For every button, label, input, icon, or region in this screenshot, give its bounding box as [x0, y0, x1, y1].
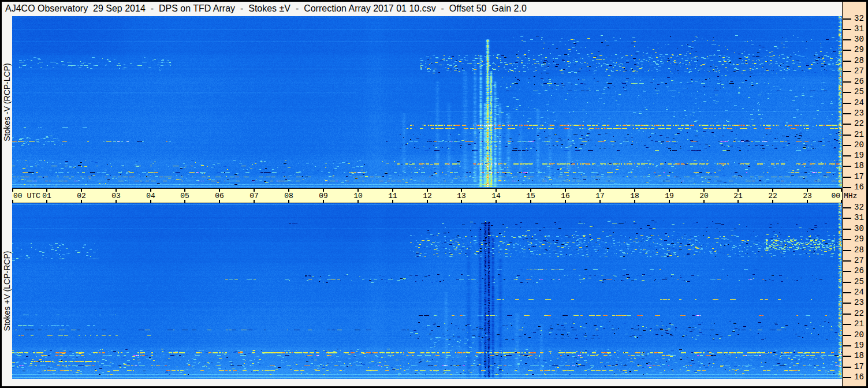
- time-label-start: 00 UTC: [13, 192, 40, 200]
- time-label-03: 03: [108, 192, 124, 200]
- freq-tick: [843, 135, 851, 136]
- freq-tick: [843, 239, 851, 240]
- freq-tick: [843, 356, 851, 357]
- time-label-17: 17: [592, 192, 608, 200]
- freq-tick: [843, 145, 851, 146]
- freq-tick: [843, 124, 851, 125]
- time-label-16: 16: [557, 192, 573, 200]
- freq-label-18: 18: [854, 161, 867, 170]
- time-label-18: 18: [627, 192, 643, 200]
- freq-label-32: 32: [854, 203, 867, 212]
- freq-label-21: 21: [854, 130, 867, 139]
- freq-tick: [843, 166, 851, 167]
- freq-tick: [843, 103, 851, 104]
- freq-tick: [843, 187, 851, 188]
- freq-label-30: 30: [854, 224, 867, 233]
- panel-label-stokes-minus-v: Stokes -V (RCP-LCP): [2, 16, 12, 188]
- freq-tick: [843, 271, 851, 272]
- time-label-09: 09: [315, 192, 331, 200]
- time-label-11: 11: [385, 192, 401, 200]
- freq-tick: [843, 50, 851, 51]
- freq-tick: [843, 250, 851, 251]
- time-label-06: 06: [211, 192, 228, 200]
- time-label-15: 15: [523, 192, 539, 200]
- time-label-08: 08: [281, 192, 297, 200]
- freq-label-19: 19: [854, 151, 867, 160]
- freq-tick: [843, 324, 851, 325]
- freq-label-19: 19: [854, 341, 867, 350]
- time-label-10: 10: [350, 192, 366, 200]
- freq-tick: [843, 92, 851, 93]
- panel-label-text: Stokes -V (RCP-LCP): [2, 63, 12, 141]
- hour-tick: [12, 200, 13, 203]
- time-label-20: 20: [696, 192, 712, 200]
- time-label-22: 22: [765, 192, 781, 200]
- freq-tick: [843, 229, 851, 230]
- freq-tick: [843, 113, 851, 114]
- time-label-12: 12: [419, 192, 435, 200]
- freq-tick: [843, 177, 851, 178]
- freq-label-27: 27: [854, 66, 867, 76]
- freq-tick: [843, 345, 851, 346]
- freq-label-26: 26: [854, 266, 867, 275]
- spectrogram-stokes-plus-v: [12, 203, 842, 379]
- freq-tick: [843, 71, 851, 72]
- time-label-01: 01: [39, 192, 55, 200]
- time-label-02: 02: [73, 192, 90, 200]
- time-label-07: 07: [246, 192, 262, 200]
- time-label-05: 05: [177, 192, 193, 200]
- freq-label-23: 23: [854, 109, 867, 118]
- freq-label-29: 29: [854, 234, 867, 244]
- time-label-23: 23: [799, 192, 815, 200]
- freq-label-31: 31: [854, 24, 867, 33]
- time-label-14: 14: [488, 192, 504, 200]
- freq-label-21: 21: [854, 319, 867, 329]
- freq-label-25: 25: [854, 277, 867, 286]
- freq-label-18: 18: [854, 351, 867, 360]
- freq-tick: [843, 29, 851, 30]
- freq-tick: [843, 218, 851, 219]
- spectrogram-window: AJ4CO Observatory 29 Sep 2014 - DPS on T…: [0, 0, 868, 388]
- freq-tick: [843, 335, 851, 336]
- freq-label-28: 28: [854, 56, 867, 65]
- freq-label-30: 30: [854, 35, 867, 44]
- freq-label-17: 17: [854, 172, 867, 181]
- freq-tick: [843, 61, 851, 62]
- page-title: AJ4CO Observatory 29 Sep 2014 - DPS on T…: [5, 3, 527, 14]
- freq-label-22: 22: [854, 309, 867, 318]
- freq-label-17: 17: [854, 362, 867, 371]
- freq-tick: [843, 155, 851, 156]
- freq-tick: [843, 377, 851, 378]
- freq-tick: [843, 292, 851, 293]
- bottom-margin: [2, 379, 842, 386]
- panel-label-text: Stokes +V (LCP-RCP): [2, 251, 12, 331]
- title-bar: AJ4CO Observatory 29 Sep 2014 - DPS on T…: [2, 2, 842, 16]
- spectrogram-stokes-minus-v: [12, 16, 842, 188]
- frequency-axis: MHz 323130292827262524232221201918171632…: [842, 2, 866, 386]
- freq-label-24: 24: [854, 288, 867, 297]
- freq-label-32: 32: [854, 14, 867, 23]
- time-label-end: 00: [831, 192, 840, 200]
- freq-label-20: 20: [854, 330, 867, 339]
- time-label-21: 21: [730, 192, 746, 200]
- freq-tick: [843, 282, 851, 283]
- hour-tick: [12, 189, 13, 192]
- panel-label-stokes-plus-v: Stokes +V (LCP-RCP): [2, 203, 12, 379]
- frequency-unit-label: MHz: [844, 192, 857, 200]
- freq-tick: [843, 314, 851, 315]
- freq-tick: [843, 18, 851, 20]
- freq-tick: [843, 207, 851, 208]
- freq-label-29: 29: [854, 45, 867, 54]
- freq-tick: [843, 260, 851, 262]
- freq-tick: [843, 303, 851, 304]
- freq-label-16: 16: [854, 372, 867, 382]
- time-label-13: 13: [453, 192, 470, 200]
- freq-tick: [843, 367, 851, 368]
- freq-label-25: 25: [854, 87, 867, 96]
- freq-label-23: 23: [854, 298, 867, 307]
- freq-label-24: 24: [854, 98, 867, 107]
- time-axis: 00 UTC 00 010203040506070809101112131415…: [12, 188, 842, 203]
- freq-label-26: 26: [854, 77, 867, 86]
- freq-tick: [843, 39, 851, 40]
- freq-label-22: 22: [854, 119, 867, 128]
